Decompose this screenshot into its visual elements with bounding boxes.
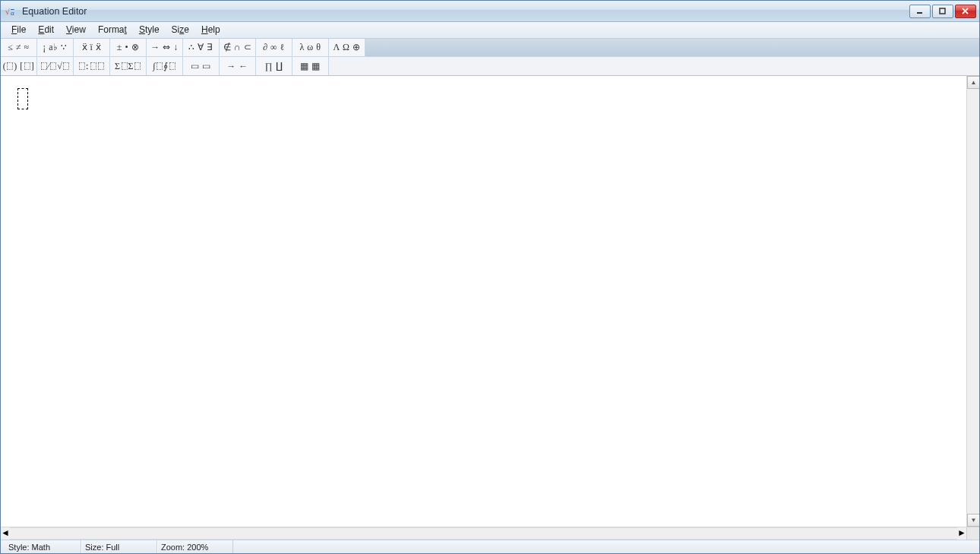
palette-subscript-superscript[interactable]: ː	[74, 57, 110, 75]
palette-integral-templates[interactable]: ∫ ∮	[147, 57, 183, 75]
scroll-left-button[interactable]: ◄	[1, 527, 10, 540]
workspace: ▲ ▼	[1, 76, 979, 527]
scrollbar-corner	[966, 527, 979, 540]
close-icon	[962, 8, 969, 15]
titlebar: √ α Equation Editor	[1, 1, 979, 22]
palette-products-set-theory[interactable]: ∏ ∐	[256, 57, 292, 75]
palette-embellishments[interactable]: ẍ ï ẍ	[74, 39, 110, 56]
vertical-scroll-track[interactable]	[967, 89, 979, 514]
menu-file[interactable]: File	[5, 22, 32, 38]
palette-fence-templates[interactable]: () []	[1, 57, 37, 75]
toolbar-row-templates: () []⁄ √ː Σ Σ∫ ∮▭ ▭→ ←∏ ∐▦ ▦	[1, 57, 979, 75]
palette-operator-symbols[interactable]: ± • ⊗	[110, 39, 147, 56]
palette-underbar-overbar[interactable]: ▭ ▭	[183, 57, 220, 75]
minimize-icon	[916, 8, 924, 15]
status-size: Size: Full	[81, 540, 157, 553]
menu-style[interactable]: Style	[133, 22, 166, 38]
palette-matrix-templates[interactable]: ▦ ▦	[292, 57, 329, 75]
app-window: √ α Equation Editor FileEditViewFormatSt…	[0, 0, 980, 554]
window-title: Equation Editor	[22, 6, 87, 17]
menubar: FileEditViewFormatStyleSizeHelp	[1, 22, 979, 39]
menu-edit[interactable]: Edit	[32, 22, 60, 38]
palette-summation-templates[interactable]: Σ Σ	[110, 57, 147, 75]
palette-fraction-radical[interactable]: ⁄ √	[37, 57, 74, 75]
scroll-up-button[interactable]: ▲	[967, 76, 979, 89]
horizontal-scrollbar[interactable]: ◄ ►	[1, 527, 979, 540]
menu-size[interactable]: Size	[166, 22, 195, 38]
scroll-down-button[interactable]: ▼	[967, 514, 979, 527]
status-zoom: Zoom: 200%	[157, 540, 233, 553]
svg-text:α: α	[11, 9, 14, 17]
toolbar-fill	[365, 39, 979, 56]
horizontal-scroll-track[interactable]	[10, 527, 957, 540]
menu-view[interactable]: View	[60, 22, 92, 38]
palette-arrow-symbols[interactable]: → ⇔ ↓	[147, 39, 183, 56]
svg-rect-3	[940, 8, 945, 14]
palette-relational-symbols[interactable]: ≤ ≠ ≈	[1, 39, 37, 56]
toolbar-row-symbols: ≤ ≠ ≈¡ a♭ ∵ẍ ï ẍ± • ⊗→ ⇔ ↓∴ ∀ ∃∉ ∩ ⊂∂ ∞ …	[1, 39, 979, 57]
equation-canvas[interactable]	[1, 76, 966, 527]
menu-help[interactable]: Help	[195, 22, 226, 38]
empty-equation-slot[interactable]	[17, 88, 28, 109]
status-style: Style: Math	[5, 540, 81, 553]
scroll-right-button[interactable]: ►	[957, 527, 966, 540]
palette-spaces-ellipses[interactable]: ¡ a♭ ∵	[37, 39, 74, 56]
palette-greek-lowercase[interactable]: λ ω θ	[292, 39, 329, 56]
palette-greek-uppercase[interactable]: Λ Ω ⊕	[329, 39, 365, 56]
statusbar: Style: Math Size: Full Zoom: 200%	[1, 540, 979, 553]
app-icon: √ α	[5, 5, 17, 17]
palette-misc-symbols[interactable]: ∂ ∞ ℓ	[256, 39, 292, 56]
svg-text:√: √	[5, 8, 10, 16]
palette-logical-symbols[interactable]: ∴ ∀ ∃	[183, 39, 220, 56]
palette-set-theory-symbols[interactable]: ∉ ∩ ⊂	[220, 39, 256, 56]
maximize-button[interactable]	[932, 5, 953, 18]
palette-labeled-arrows[interactable]: → ←	[220, 57, 256, 75]
toolbar: ≤ ≠ ≈¡ a♭ ∵ẍ ï ẍ± • ⊗→ ⇔ ↓∴ ∀ ∃∉ ∩ ⊂∂ ∞ …	[1, 39, 979, 76]
window-controls	[909, 5, 976, 18]
close-button[interactable]	[955, 5, 976, 18]
toolbar-fill	[329, 57, 979, 75]
vertical-scrollbar[interactable]: ▲ ▼	[966, 76, 979, 527]
maximize-icon	[939, 8, 947, 15]
minimize-button[interactable]	[909, 5, 931, 18]
menu-format[interactable]: Format	[92, 22, 133, 38]
